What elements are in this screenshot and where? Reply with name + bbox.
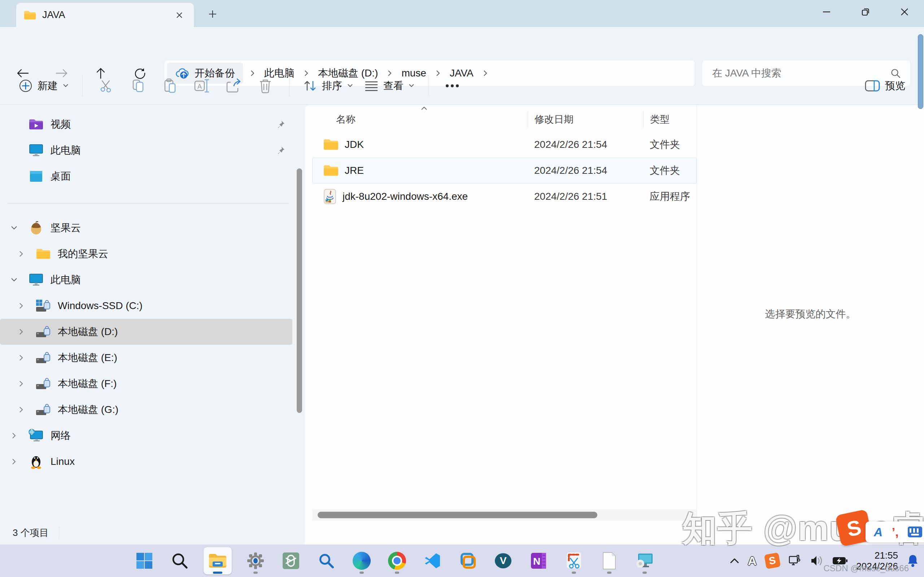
start-button[interactable] (133, 547, 156, 575)
onenote-icon[interactable]: N (527, 547, 550, 575)
new-button[interactable]: 新建 (13, 71, 74, 100)
horizontal-scrollbar-thumb[interactable] (318, 512, 597, 518)
notepad-icon[interactable] (598, 547, 621, 575)
sidebar-item-nutstore[interactable]: 坚果云 (0, 215, 292, 241)
view-icon (365, 80, 378, 92)
volume-icon[interactable] (810, 554, 824, 567)
chevron-right-icon[interactable] (16, 380, 27, 387)
sidebar-item-label: 本地磁盘 (G:) (58, 403, 118, 416)
folder-icon (323, 164, 339, 177)
sidebar-item-label: 我的坚果云 (58, 247, 108, 261)
chevron-right-icon[interactable] (16, 303, 27, 309)
sogou-tray-icon[interactable]: S (764, 553, 781, 569)
sidebar-item-drive-e[interactable]: 本地磁盘 (E:) (0, 345, 292, 371)
svg-text:A: A (197, 83, 202, 90)
settings-icon[interactable] (244, 547, 267, 575)
minimize-button[interactable] (807, 0, 846, 24)
edge-icon[interactable] (350, 547, 373, 575)
ime-toolbar[interactable]: A ’, (866, 521, 924, 542)
cast-screen-icon[interactable] (788, 554, 801, 567)
file-row-jre[interactable]: JRE 2024/2/26 21:54 文件夹 (312, 158, 696, 184)
delete-button[interactable] (249, 71, 281, 100)
copy-button[interactable] (122, 71, 154, 100)
file-row-jdk[interactable]: JDK 2024/2/26 21:54 文件夹 (312, 132, 696, 158)
file-name: JDK (345, 139, 364, 150)
sidebar-item-label: Linux (50, 456, 75, 467)
v2ray-icon[interactable]: V (492, 547, 515, 575)
sidebar-item-drive-c[interactable]: Windows-SSD (C:) (0, 293, 292, 319)
chevron-down-icon (63, 84, 69, 88)
sidebar-item-this-pc-tree[interactable]: 此电脑 (0, 267, 292, 293)
status-divider (59, 527, 59, 539)
ime-mode-icon[interactable]: A (874, 525, 883, 539)
column-header-type[interactable]: 类型 (643, 111, 696, 128)
ime-punctuation-icon[interactable]: ’, (892, 525, 899, 539)
sidebar-item-label: 此电脑 (50, 273, 81, 287)
chevron-right-icon[interactable] (9, 458, 19, 465)
tray-expand-icon[interactable] (730, 558, 739, 564)
vmware-icon[interactable] (456, 547, 479, 575)
sidebar-item-drive-f[interactable]: 本地磁盘 (F:) (0, 371, 292, 397)
chevron-down-icon[interactable] (9, 278, 19, 282)
taskbar-search-icon[interactable] (168, 547, 191, 575)
rename-button[interactable]: A (186, 71, 218, 100)
explorer-tab[interactable]: JAVA (16, 3, 194, 27)
folder-icon (35, 248, 52, 260)
tab-close-icon[interactable] (172, 8, 187, 23)
paste-button[interactable] (154, 71, 186, 100)
sidebar-item-this-pc-pinned[interactable]: 此电脑 (0, 137, 292, 163)
sidebar-item-network[interactable]: 网络 (0, 423, 292, 449)
sidebar-item-drive-g[interactable]: 本地磁盘 (G:) (0, 397, 292, 423)
chevron-down-icon[interactable] (9, 226, 19, 230)
pin-icon (276, 146, 285, 155)
chevron-right-icon[interactable] (16, 355, 27, 361)
chevron-right-icon[interactable] (16, 329, 27, 335)
sidebar-item-label: 桌面 (50, 169, 71, 183)
svg-text:N: N (533, 556, 540, 567)
preview-toggle-button[interactable]: 预览 (859, 71, 911, 100)
chrome-icon[interactable] (386, 547, 409, 575)
page-scrollbar-thumb[interactable] (918, 34, 923, 109)
battery-icon[interactable] (832, 556, 848, 566)
sort-button[interactable]: 排序 (297, 71, 359, 100)
notification-bell-icon[interactable] (907, 554, 919, 567)
sidebar-item-videos[interactable]: 视频 (0, 111, 292, 137)
vscode-icon[interactable] (421, 547, 444, 575)
view-button[interactable]: 查看 (359, 71, 420, 100)
close-window-button[interactable] (885, 0, 924, 24)
cut-button[interactable] (90, 71, 122, 100)
file-explorer-icon[interactable] (204, 547, 232, 574)
ime-language-icon[interactable]: A (748, 554, 757, 568)
taskbar-clock[interactable]: 21:55 2024/2/26 (856, 550, 898, 572)
chatgpt-icon[interactable] (279, 547, 302, 575)
column-header-modified[interactable]: 修改日期 (528, 111, 643, 128)
folder-icon (323, 138, 339, 151)
svg-text:V: V (500, 555, 507, 566)
sidebar-item-drive-d[interactable]: 本地磁盘 (D:) (0, 319, 292, 345)
remote-desktop-icon[interactable] (633, 547, 656, 575)
horizontal-scrollbar-track[interactable] (312, 509, 696, 521)
share-button[interactable] (218, 71, 249, 100)
chevron-right-icon[interactable] (9, 432, 19, 439)
sidebar-item-label: 本地磁盘 (F:) (58, 377, 116, 390)
snipping-tool-icon[interactable] (562, 547, 585, 575)
chevron-right-icon[interactable] (16, 251, 27, 257)
sidebar-item-linux[interactable]: Linux (0, 449, 292, 475)
restore-button[interactable] (846, 0, 885, 24)
drive-lock-icon (35, 403, 52, 416)
more-options-button[interactable] (436, 71, 468, 100)
file-row-jdk-installer[interactable]: jdk-8u202-windows-x64.exe 2024/2/26 21:5… (312, 184, 696, 210)
everything-search-icon[interactable] (315, 547, 338, 575)
column-header-name[interactable]: 名称 (312, 113, 528, 126)
clock-time: 21:55 (856, 550, 898, 561)
ime-keyboard-icon[interactable] (908, 527, 922, 537)
sidebar-item-my-nutstore[interactable]: 我的坚果云 (0, 241, 292, 267)
sidebar-item-desktop[interactable]: 桌面 (0, 163, 292, 189)
new-tab-button[interactable] (204, 6, 221, 23)
windows-drive-icon (35, 299, 52, 313)
monitor-icon (27, 273, 45, 287)
preview-message: 选择要预览的文件。 (697, 307, 924, 321)
sidebar-scrollbar[interactable] (297, 168, 302, 413)
window-controls (807, 0, 924, 24)
chevron-right-icon[interactable] (16, 406, 27, 413)
